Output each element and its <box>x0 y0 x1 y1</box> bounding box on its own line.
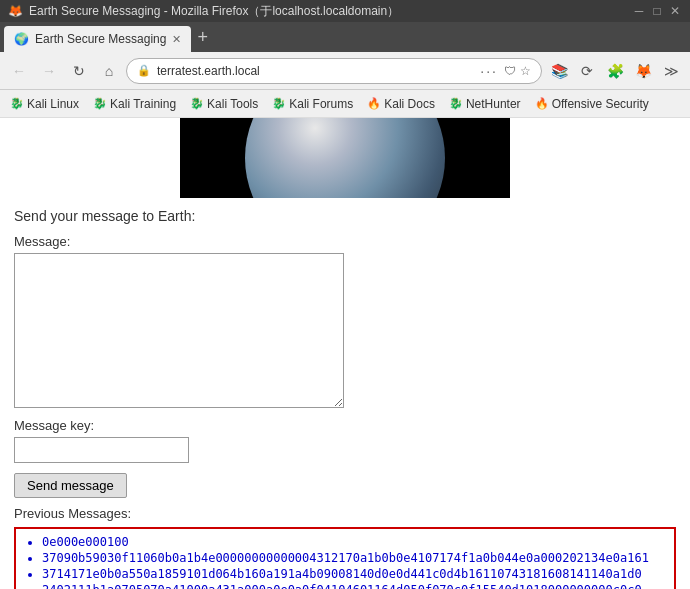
kali-linux-label: Kali Linux <box>27 97 79 111</box>
messages-list: 0e000e00010037090b59030f11060b0a1b4e0000… <box>24 535 666 589</box>
refresh-button[interactable]: ↻ <box>66 58 92 84</box>
active-tab[interactable]: 🌍 Earth Secure Messaging ✕ <box>4 26 191 52</box>
message-textarea[interactable] <box>14 253 344 408</box>
tab-bar: 🌍 Earth Secure Messaging ✕ + <box>0 22 690 52</box>
home-button[interactable]: ⌂ <box>96 58 122 84</box>
firefox-icon: 🦊 <box>8 4 23 18</box>
kali-training-icon: 🐉 <box>93 97 107 110</box>
page-body: Send your message to Earth: Message: Mes… <box>0 198 690 589</box>
list-item: 2402111b1a0705070a41000a431a000a0e0a0f04… <box>42 583 666 589</box>
new-tab-button[interactable]: + <box>197 27 208 52</box>
bookmarks-bar: 🐉Kali Linux🐉Kali Training🐉Kali Tools🐉Kal… <box>0 90 690 118</box>
bookmark-offensive-security[interactable]: 🔥Offensive Security <box>529 95 655 113</box>
window-controls: ─ □ ✕ <box>632 4 682 18</box>
messages-box: 0e000e00010037090b59030f11060b0a1b4e0000… <box>14 527 676 589</box>
back-button[interactable]: ← <box>6 58 32 84</box>
address-icons: 🛡 ☆ <box>504 64 531 78</box>
bookmark-kali-docs[interactable]: 🔥Kali Docs <box>361 95 441 113</box>
offensive-security-icon: 🔥 <box>535 97 549 110</box>
bookmark-kali-tools[interactable]: 🐉Kali Tools <box>184 95 264 113</box>
address-text: terratest.earth.local <box>157 64 474 78</box>
nethunter-label: NetHunter <box>466 97 521 111</box>
tab-label: Earth Secure Messaging <box>35 32 166 46</box>
prev-messages-heading: Previous Messages: <box>14 506 676 521</box>
address-bar[interactable]: 🔒 terratest.earth.local ··· 🛡 ☆ <box>126 58 542 84</box>
kali-training-label: Kali Training <box>110 97 176 111</box>
list-item: 0e000e000100 <box>42 535 666 549</box>
kali-forums-icon: 🐉 <box>272 97 286 110</box>
kali-tools-icon: 🐉 <box>190 97 204 110</box>
kali-docs-icon: 🔥 <box>367 97 381 110</box>
shield-icon: 🛡 <box>504 64 516 78</box>
address-dots: ··· <box>480 63 498 79</box>
extensions-icon[interactable]: 🧩 <box>602 58 628 84</box>
nav-right-icons: 📚 ⟳ 🧩 🦊 ≫ <box>546 58 684 84</box>
list-item: 3714171e0b0a550a1859101d064b160a191a4b09… <box>42 567 666 581</box>
list-item: 37090b59030f11060b0a1b4e0000000000000431… <box>42 551 666 565</box>
tab-favicon: 🌍 <box>14 32 29 46</box>
nethunter-icon: 🐉 <box>449 97 463 110</box>
key-input[interactable] <box>14 437 189 463</box>
bookmark-kali-training[interactable]: 🐉Kali Training <box>87 95 182 113</box>
bookmark-nethunter[interactable]: 🐉NetHunter <box>443 95 527 113</box>
offensive-security-label: Offensive Security <box>552 97 649 111</box>
forward-button[interactable]: → <box>36 58 62 84</box>
chevron-right-icon[interactable]: ≫ <box>658 58 684 84</box>
firefox-menu-icon[interactable]: 🦊 <box>630 58 656 84</box>
close-button[interactable]: ✕ <box>668 4 682 18</box>
bookmark-kali-linux[interactable]: 🐉Kali Linux <box>4 95 85 113</box>
lock-icon: 🔒 <box>137 64 151 77</box>
send-heading: Send your message to Earth: <box>14 208 676 224</box>
tab-close-button[interactable]: ✕ <box>172 33 181 46</box>
nav-bar: ← → ↻ ⌂ 🔒 terratest.earth.local ··· 🛡 ☆ … <box>0 52 690 90</box>
star-icon: ☆ <box>520 64 531 78</box>
earth-image <box>180 118 510 198</box>
sync-icon[interactable]: ⟳ <box>574 58 600 84</box>
page-content: Send your message to Earth: Message: Mes… <box>0 118 690 589</box>
key-label: Message key: <box>14 418 676 433</box>
earth-sphere <box>245 118 445 198</box>
title-bar: 🦊 Earth Secure Messaging - Mozilla Firef… <box>0 0 690 22</box>
minimize-button[interactable]: ─ <box>632 4 646 18</box>
kali-tools-label: Kali Tools <box>207 97 258 111</box>
message-label: Message: <box>14 234 676 249</box>
kali-docs-label: Kali Docs <box>384 97 435 111</box>
maximize-button[interactable]: □ <box>650 4 664 18</box>
bookmark-kali-forums[interactable]: 🐉Kali Forums <box>266 95 359 113</box>
bookmarks-icon[interactable]: 📚 <box>546 58 572 84</box>
window-title: Earth Secure Messaging - Mozilla Firefox… <box>29 3 399 20</box>
send-button[interactable]: Send message <box>14 473 127 498</box>
kali-forums-label: Kali Forums <box>289 97 353 111</box>
kali-linux-icon: 🐉 <box>10 97 24 110</box>
